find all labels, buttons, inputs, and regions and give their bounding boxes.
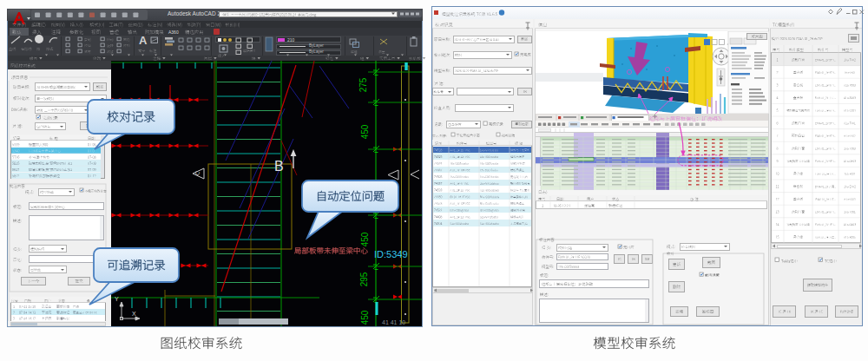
svg-text:450: 450 [360,232,370,246]
svg-text:295: 295 [359,272,369,286]
svg-text:450: 450 [360,310,370,325]
svg-text:275: 275 [358,77,368,92]
svg-text:Y: Y [115,296,119,302]
svg-text:B: B [274,159,284,174]
svg-text:ID:5349: ID:5349 [374,249,408,259]
svg-text:X: X [132,311,136,317]
svg-text:450: 450 [360,124,370,139]
svg-text:41 41 10: 41 41 10 [382,319,405,325]
